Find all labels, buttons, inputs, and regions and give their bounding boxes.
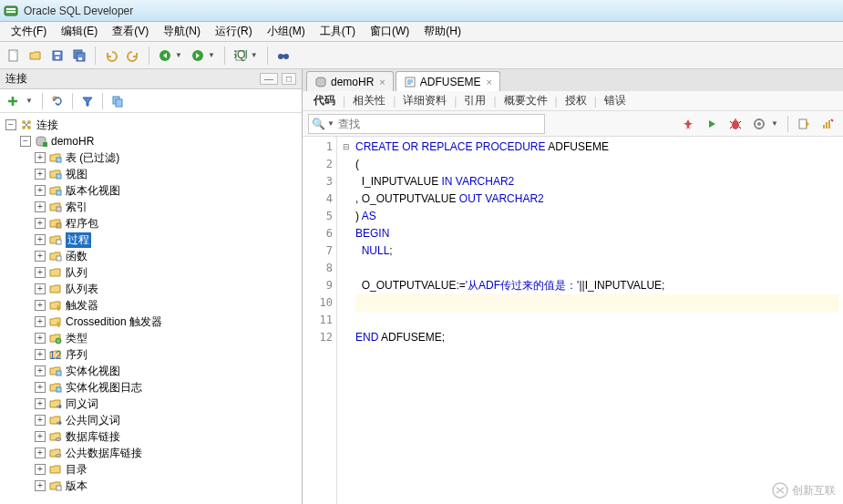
forward-dropdown[interactable]: ▼ — [208, 51, 215, 59]
menu-navigate[interactable]: 导航(N) — [156, 21, 208, 42]
menu-tools[interactable]: 工具(T) — [313, 21, 363, 42]
subtab-dependencies[interactable]: 相关性 — [347, 90, 391, 111]
menu-group[interactable]: 小组(M) — [260, 21, 313, 42]
tree-synonyms[interactable]: +同义词 — [0, 396, 302, 412]
redo-button[interactable] — [123, 46, 143, 66]
tree-crossedition[interactable]: +Crossedition 触发器 — [0, 314, 302, 330]
fold-icon[interactable]: ⊟ — [337, 139, 355, 156]
subtab-code[interactable]: 代码 — [308, 90, 341, 111]
subtab-errors[interactable]: 错误 — [599, 90, 632, 111]
search-icon[interactable]: 🔍 — [309, 118, 327, 130]
tab-connection[interactable]: demoHR × — [306, 71, 394, 91]
filter-button[interactable] — [78, 92, 97, 110]
menu-help[interactable]: 帮助(H) — [416, 21, 468, 42]
expand-icon[interactable]: + — [35, 185, 46, 196]
edit-button[interactable] — [794, 114, 814, 134]
tree-mview-logs[interactable]: +实体化视图日志 — [0, 379, 302, 396]
pin-button[interactable] — [678, 114, 698, 134]
expand-icon[interactable]: + — [35, 447, 46, 458]
close-icon[interactable]: × — [379, 77, 385, 87]
expand-icon[interactable]: + — [35, 234, 46, 245]
binoculars-button[interactable] — [273, 46, 293, 66]
compile-dropdown[interactable]: ▼ — [771, 119, 778, 128]
tree-triggers[interactable]: +触发器 — [0, 297, 302, 314]
expand-icon[interactable]: + — [35, 431, 46, 442]
expand-icon[interactable]: + — [35, 316, 46, 327]
expand-icon[interactable]: + — [35, 201, 46, 212]
expand-icon[interactable]: + — [35, 333, 46, 344]
expand-icon[interactable]: + — [35, 480, 46, 491]
copy-button[interactable] — [108, 92, 127, 110]
expand-icon[interactable]: + — [35, 382, 46, 393]
save-button[interactable] — [47, 46, 67, 66]
sql-dropdown[interactable]: ▼ — [251, 51, 258, 59]
expand-icon[interactable]: + — [35, 365, 46, 376]
tab-procedure[interactable]: ADFUSEME × — [396, 71, 500, 91]
debug-button[interactable] — [725, 114, 745, 134]
close-icon[interactable]: × — [486, 77, 491, 87]
expand-icon[interactable]: + — [35, 300, 46, 311]
expand-icon[interactable]: + — [35, 169, 46, 180]
code-text[interactable]: CREATE OR REPLACE PROCEDURE ADFUSEME ( I… — [355, 137, 843, 504]
expand-icon[interactable]: + — [35, 251, 46, 262]
tree-queue-tables[interactable]: +队列表 — [0, 281, 302, 297]
connections-tree[interactable]: − 连接 − demoHR +表 (已过滤) +视图 +版本化视图 +索引 +程… — [0, 113, 302, 504]
tree-editions[interactable]: +版本 — [0, 478, 302, 494]
expand-icon[interactable]: + — [35, 283, 46, 294]
expand-icon[interactable]: + — [35, 349, 46, 360]
menu-edit[interactable]: 编辑(E) — [54, 21, 105, 42]
tree-connection[interactable]: − demoHR — [0, 133, 302, 149]
menu-window[interactable]: 窗口(W) — [363, 21, 416, 42]
subtab-details[interactable]: 详细资料 — [397, 90, 452, 111]
tree-tables[interactable]: +表 (已过滤) — [0, 149, 302, 166]
subtab-grants[interactable]: 授权 — [560, 90, 592, 111]
refresh-button[interactable] — [48, 92, 67, 110]
tree-procedures[interactable]: +过程 — [0, 231, 302, 248]
tree-public-dblinks[interactable]: +公共数据库链接 — [0, 445, 302, 461]
tree-root[interactable]: − 连接 — [0, 117, 302, 133]
tree-sequences[interactable]: +123序列 — [0, 346, 302, 363]
open-button[interactable] — [26, 46, 46, 66]
tree-directories[interactable]: +目录 — [0, 461, 302, 478]
tree-queues[interactable]: +队列 — [0, 264, 302, 281]
tree-indexes[interactable]: +索引 — [0, 199, 302, 215]
panel-restore-icon[interactable]: □ — [282, 73, 296, 85]
tree-types[interactable]: +类型 — [0, 330, 302, 346]
back-dropdown[interactable]: ▼ — [175, 51, 182, 59]
expand-icon[interactable]: + — [35, 218, 46, 229]
save-all-button[interactable] — [69, 46, 89, 66]
tree-packages[interactable]: +程序包 — [0, 215, 302, 231]
undo-button[interactable] — [101, 46, 121, 66]
menu-view[interactable]: 查看(V) — [105, 21, 156, 42]
tree-functions[interactable]: +函数 — [0, 248, 302, 264]
new-button[interactable] — [4, 46, 24, 66]
expand-icon[interactable]: − — [20, 136, 31, 147]
tree-editioning-views[interactable]: +版本化视图 — [0, 182, 302, 199]
profile-button[interactable] — [817, 114, 838, 134]
tree-mviews[interactable]: +实体化视图 — [0, 363, 302, 379]
search-dropdown-icon[interactable]: ▼ — [327, 119, 334, 128]
tree-views[interactable]: +视图 — [0, 166, 302, 182]
panel-minimize-icon[interactable]: — — [260, 73, 278, 85]
menu-file[interactable]: 文件(F) — [4, 21, 54, 42]
forward-button[interactable] — [188, 46, 208, 66]
expand-icon[interactable]: + — [35, 415, 46, 426]
subtab-references[interactable]: 引用 — [458, 90, 491, 111]
search-input[interactable] — [338, 115, 544, 133]
subtab-profiles[interactable]: 概要文件 — [499, 90, 553, 111]
sql-worksheet-button[interactable]: SQL — [231, 46, 251, 66]
compile-button[interactable] — [749, 114, 769, 134]
expand-icon[interactable]: − — [5, 119, 16, 130]
new-conn-dropdown[interactable]: ▼ — [26, 97, 33, 105]
expand-icon[interactable]: + — [35, 398, 46, 409]
expand-icon[interactable]: + — [35, 464, 46, 475]
tree-public-synonyms[interactable]: +公共同义词 — [0, 412, 302, 428]
tree-dblinks[interactable]: +数据库链接 — [0, 428, 302, 445]
run-button[interactable] — [702, 114, 722, 134]
expand-icon[interactable]: + — [35, 152, 46, 163]
new-connection-button[interactable] — [4, 92, 22, 110]
code-editor[interactable]: 1 2 3 4 5 6 7 8 9 10 11 12 ⊟ CREATE OR R… — [303, 137, 843, 504]
back-button[interactable] — [155, 46, 175, 66]
menu-run[interactable]: 运行(R) — [208, 21, 260, 42]
expand-icon[interactable]: + — [35, 267, 46, 278]
